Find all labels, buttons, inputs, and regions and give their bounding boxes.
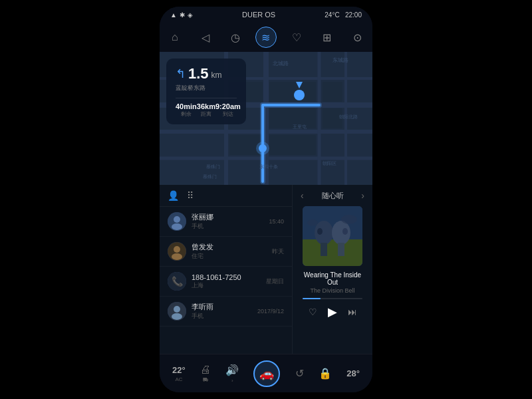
svg-text:东四十条: 东四十条 — [259, 164, 278, 169]
contacts-panel: 👤 ⠿ 张丽娜 手机 15:40 — [160, 185, 293, 354]
contact-sub: 手机 — [192, 312, 257, 321]
right-temp-control[interactable]: 28° — [346, 368, 360, 378]
recycle-control[interactable]: ↺ — [295, 367, 304, 380]
extra-icon: ◈ — [188, 11, 193, 19]
progress-bar[interactable] — [303, 298, 362, 299]
svg-point-45 — [317, 228, 323, 235]
nav-heart[interactable]: ♡ — [286, 27, 307, 48]
nav-card: ↰ 1.5 km 蓝靛桥东路 40min 剩余 36km 距离 9:20am 到… — [166, 59, 246, 124]
nav-apps[interactable]: ⊞ — [316, 27, 337, 48]
contact-info: 188-1061-7250 上海 — [192, 273, 266, 290]
svg-point-30 — [174, 216, 180, 223]
music-section-title: 随心听 — [322, 191, 344, 201]
stat-dist-label: 距离 — [201, 110, 211, 118]
nav-bar: ⌂ ◁ ◷ ≋ ♡ ⊞ ⊙ — [160, 23, 372, 52]
status-bar: ▲ ✱ ◈ DUER OS 24°C 22:00 — [160, 7, 372, 23]
svg-point-18 — [256, 142, 269, 155]
contact-name: 188-1061-7250 — [192, 273, 266, 281]
contact-item[interactable]: 曾发发 住宅 昨天 — [160, 237, 292, 267]
volume-icon: 🔊 — [225, 364, 239, 376]
drive-button[interactable]: 🚗 — [253, 360, 280, 387]
left-temp: 22° — [172, 365, 186, 375]
nav-stats: 40min 剩余 36km 距离 9:20am 到达 — [176, 98, 237, 118]
volume-control[interactable]: 🔊 › — [225, 364, 239, 384]
contact-info: 张丽娜 手机 — [192, 212, 269, 231]
svg-text:📞: 📞 — [172, 276, 184, 287]
stat-time: 40min 剩余 — [176, 102, 197, 118]
volume-label: › — [231, 378, 233, 384]
status-icons: ▲ ✱ ◈ — [170, 11, 193, 19]
avatar: 📞 — [168, 272, 186, 291]
contact-name: 曾发发 — [192, 242, 272, 252]
svg-point-38 — [174, 306, 180, 313]
music-prev-icon[interactable]: ‹ — [301, 190, 304, 201]
contact-list: 张丽娜 手机 15:40 曾发发 住宅 昨天 — [160, 207, 292, 354]
distance-number: 1.5 — [188, 65, 209, 82]
nav-navigation[interactable]: ◁ — [195, 27, 216, 48]
wifi-icon: ▲ — [170, 11, 177, 19]
svg-rect-14 — [269, 135, 316, 155]
lock-icon: 🔒 — [319, 367, 332, 380]
map-section: 东城路 北城路 朝阳北路 王里屯 朝阳区 东四十条 慕殊门 慕殊门 ↰ 1.5 … — [160, 52, 372, 185]
contact-time: 2017/9/12 — [257, 308, 284, 315]
music-controls: ♡ ▶ ⏭ — [309, 305, 357, 319]
play-button[interactable]: ▶ — [328, 305, 337, 319]
fan-icon: 🖨 — [200, 364, 211, 376]
contact-item[interactable]: 李听雨 手机 2017/9/12 — [160, 297, 292, 327]
svg-text:北城路: 北城路 — [273, 61, 289, 66]
svg-point-19 — [294, 90, 305, 100]
contact-info: 李听雨 手机 — [192, 302, 257, 321]
stat-time-label: 剩余 — [181, 110, 192, 118]
svg-text:王里屯: 王里屯 — [293, 124, 307, 129]
nav-profile[interactable]: ⊙ — [346, 27, 368, 48]
nav-voice[interactable]: ≋ — [255, 27, 277, 48]
recycle-icon: ↺ — [295, 367, 304, 380]
device-name: DUER OS — [242, 11, 275, 19]
album-art — [303, 206, 362, 266]
contact-name: 李听雨 — [192, 302, 257, 312]
contact-time: 星期日 — [266, 277, 284, 286]
right-temp: 28° — [346, 368, 360, 378]
svg-rect-11 — [269, 82, 316, 102]
person-icon[interactable]: 👤 — [168, 190, 179, 201]
left-temp-control[interactable]: 22° AC — [172, 365, 186, 382]
svg-point-49 — [341, 215, 357, 224]
svg-text:慕殊门: 慕殊门 — [206, 164, 220, 169]
nav-distance-display: ↰ 1.5 km — [176, 65, 237, 82]
svg-text:朝阳区: 朝阳区 — [323, 161, 336, 166]
stat-time-val: 40min — [176, 102, 197, 110]
like-button[interactable]: ♡ — [309, 307, 317, 317]
lock-control[interactable]: 🔒 — [319, 367, 332, 380]
svg-text:朝阳北路: 朝阳北路 — [339, 114, 358, 119]
progress-fill — [303, 298, 321, 299]
clock: 22:00 — [345, 11, 362, 19]
contact-sub: 手机 — [192, 222, 269, 231]
contact-time: 昨天 — [272, 247, 284, 256]
skip-next-button[interactable]: ⏭ — [348, 307, 357, 317]
nav-history[interactable]: ◷ — [225, 27, 246, 48]
contact-info: 曾发发 住宅 — [192, 242, 272, 261]
nav-home[interactable]: ⌂ — [164, 27, 186, 48]
road-name: 蓝靛桥东路 — [176, 84, 237, 92]
phone-container: ▲ ✱ ◈ DUER OS 24°C 22:00 ⌂ ◁ ◷ ≋ ♡ ⊞ ⊙ — [160, 7, 372, 392]
temperature: 24°C — [325, 11, 339, 19]
avatar — [168, 302, 186, 321]
contact-item[interactable]: 📞 188-1061-7250 上海 星期日 — [160, 267, 292, 297]
music-next-icon[interactable]: › — [361, 190, 364, 201]
contact-sub: 上海 — [192, 281, 266, 290]
svg-point-39 — [172, 313, 182, 320]
car-icon: 🚗 — [259, 366, 274, 381]
svg-point-43 — [315, 221, 333, 245]
song-title: Wearing The Inside Out — [298, 271, 367, 286]
music-header: ‹ 随心听 › — [298, 190, 367, 201]
contact-name: 张丽娜 — [192, 212, 269, 222]
bluetooth-icon: ✱ — [180, 11, 185, 19]
stat-arrival: 9:20am 到达 — [215, 102, 241, 118]
grid-icon[interactable]: ⠿ — [187, 190, 194, 201]
fan-control[interactable]: 🖨 ⛟ — [200, 364, 211, 383]
stat-dist-val: 36km — [197, 102, 215, 110]
stat-arr-label: 到达 — [223, 110, 233, 118]
music-panel: ‹ 随心听 › — [293, 185, 372, 354]
svg-rect-48 — [338, 243, 344, 256]
contact-item[interactable]: 张丽娜 手机 15:40 — [160, 207, 292, 237]
